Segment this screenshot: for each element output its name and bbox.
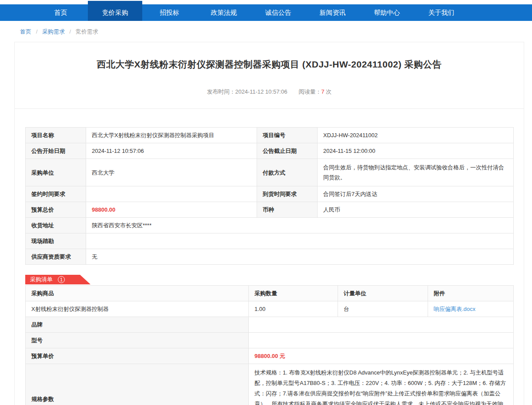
field-value bbox=[86, 233, 514, 249]
page-title: 西北大学X射线粉末衍射仪探测器控制器采购项目 (XDJJ-HW-20241100… bbox=[15, 42, 524, 71]
purchase-items-table: 采购商品 采购数量 计量单位 附件 X射线粉末衍射仪探测器控制器 1.00 台 … bbox=[25, 285, 514, 405]
breadcrumb-section-link[interactable]: 采购需求 bbox=[42, 28, 65, 35]
field-label: 签约时间要求 bbox=[26, 186, 86, 202]
field-label: 预算单价 bbox=[26, 348, 249, 364]
field-label: 项目名称 bbox=[26, 128, 86, 143]
field-label: 到货时间要求 bbox=[257, 186, 318, 202]
field-value: 人民币 bbox=[318, 202, 514, 218]
divider bbox=[15, 108, 524, 109]
count-badge: 1 bbox=[58, 276, 65, 283]
publish-time-value: 2024-11-12 10:57:06 bbox=[235, 88, 288, 95]
nav-item-news[interactable]: 新闻资讯 bbox=[305, 0, 360, 21]
table-row: 品牌 bbox=[26, 317, 514, 333]
attachment-link[interactable]: 响应偏离表.docx bbox=[434, 306, 475, 312]
field-label: 规格参数 bbox=[26, 364, 249, 405]
nav-item-about[interactable]: 关于我们 bbox=[414, 0, 468, 21]
table-row: 签约时间要求 到货时间要求 合同签订后7天内送达 bbox=[26, 186, 514, 202]
nav-item-tender[interactable]: 招投标 bbox=[142, 0, 197, 21]
field-value: XDJJ-HW-202411002 bbox=[318, 128, 514, 143]
field-label: 品牌 bbox=[26, 317, 249, 333]
announcement-card: 西北大学X射线粉末衍射仪探测器控制器采购项目 (XDJJ-HW-20241100… bbox=[14, 42, 524, 405]
field-value: 2024-11-15 12:00:00 bbox=[318, 143, 514, 159]
field-value: 无 bbox=[86, 249, 514, 265]
field-label: 付款方式 bbox=[257, 159, 318, 186]
article-meta: 发布时间：2024-11-12 10:57:06阅读量：7 次 bbox=[15, 88, 524, 96]
field-label: 预算总价 bbox=[26, 202, 86, 218]
views-label: 阅读量： bbox=[298, 88, 321, 95]
column-header-quantity: 采购数量 bbox=[249, 286, 338, 301]
field-label: 公告截止日期 bbox=[257, 143, 318, 159]
table-row: 型号 bbox=[26, 333, 514, 348]
breadcrumb: 首页 / 采购需求 / 竞价需求 bbox=[0, 21, 532, 40]
item-quantity: 1.00 bbox=[249, 301, 338, 317]
views-unit: 次 bbox=[326, 88, 331, 95]
field-label: 供应商资质要求 bbox=[26, 249, 86, 265]
field-value: 2024-11-12 10:57:06 bbox=[86, 143, 257, 159]
table-row: 公告开始日期 2024-11-12 10:57:06 公告截止日期 2024-1… bbox=[26, 143, 514, 159]
field-label: 收货地址 bbox=[26, 218, 86, 233]
field-value bbox=[86, 186, 257, 202]
field-label: 币种 bbox=[257, 202, 318, 218]
unit-price-value: 98800.00 元 bbox=[249, 348, 514, 364]
field-label: 采购单位 bbox=[26, 159, 86, 186]
column-header-attachment: 附件 bbox=[428, 286, 514, 301]
item-name: X射线粉末衍射仪探测器控制器 bbox=[26, 301, 249, 317]
field-label: 型号 bbox=[26, 333, 249, 348]
breadcrumb-separator: / bbox=[70, 28, 71, 35]
nav-item-integrity[interactable]: 诚信公告 bbox=[251, 0, 305, 21]
table-row: 项目名称 西北大学X射线粉末衍射仪探测器控制器采购项目 项目编号 XDJJ-HW… bbox=[26, 128, 514, 143]
nav-item-policy[interactable]: 政策法规 bbox=[197, 0, 251, 21]
table-row: 预算单价 98800.00 元 bbox=[26, 348, 514, 364]
item-unit: 台 bbox=[338, 301, 428, 317]
purchase-list-tag-label: 采购清单 bbox=[30, 276, 53, 284]
field-value: 合同签订后7天内送达 bbox=[318, 186, 514, 202]
breadcrumb-home-link[interactable]: 首页 bbox=[20, 28, 31, 35]
table-header-row: 采购商品 采购数量 计量单位 附件 bbox=[26, 286, 514, 301]
table-row: 供应商资质要求 无 bbox=[26, 249, 514, 265]
top-navigation: 首页 竞价采购 招投标 政策法规 诚信公告 新闻资讯 帮助中心 关于我们 bbox=[0, 0, 532, 21]
field-label: 现场踏勘 bbox=[26, 233, 86, 249]
table-row: 收货地址 陕西省西安市长安区**** bbox=[26, 218, 514, 233]
table-row: 采购单位 西北大学 付款方式 合同生效后，待货物到达指定地点、安装调试验收合格后… bbox=[26, 159, 514, 186]
field-label: 项目编号 bbox=[257, 128, 318, 143]
project-info-table: 项目名称 西北大学X射线粉末衍射仪探测器控制器采购项目 项目编号 XDJJ-HW… bbox=[25, 127, 514, 265]
nav-item-help[interactable]: 帮助中心 bbox=[360, 0, 414, 21]
views-count: 7 bbox=[321, 88, 324, 95]
field-label: 公告开始日期 bbox=[26, 143, 86, 159]
table-row: 现场踏勘 bbox=[26, 233, 514, 249]
breadcrumb-separator: / bbox=[36, 28, 38, 35]
nav-item-bidding-purchase[interactable]: 竞价采购 bbox=[88, 0, 142, 21]
column-header-product: 采购商品 bbox=[26, 286, 249, 301]
breadcrumb-current: 竞价需求 bbox=[76, 28, 98, 35]
table-row: 规格参数 技术规格：1. 布鲁克X射线粉末衍射仪D8 Advance中的Lynx… bbox=[26, 364, 514, 405]
field-value: 西北大学X射线粉末衍射仪探测器控制器采购项目 bbox=[86, 128, 257, 143]
table-row: 预算总价 98800.00 币种 人民币 bbox=[26, 202, 514, 218]
nav-items: 首页 竞价采购 招投标 政策法规 诚信公告 新闻资讯 帮助中心 关于我们 bbox=[33, 0, 468, 21]
purchase-list-tag: 采购清单 1 bbox=[25, 275, 90, 284]
budget-total-value: 98800.00 bbox=[86, 202, 257, 218]
item-row: X射线粉末衍射仪探测器控制器 1.00 台 响应偏离表.docx bbox=[26, 301, 514, 317]
spec-params-value: 技术规格：1. 布鲁克X射线粉末衍射仪D8 Advance中的LynxEye探测… bbox=[249, 364, 514, 405]
field-value: 合同生效后，待货物到达指定地点、安装调试验收合格后，一次性付清合同货款。 bbox=[318, 159, 514, 186]
column-header-unit: 计量单位 bbox=[338, 286, 428, 301]
brand-value bbox=[249, 317, 514, 333]
field-value: 陕西省西安市长安区**** bbox=[86, 218, 514, 233]
nav-item-home[interactable]: 首页 bbox=[33, 0, 88, 21]
publish-time-label: 发布时间： bbox=[207, 88, 235, 95]
model-value bbox=[249, 333, 514, 348]
field-value: 西北大学 bbox=[86, 159, 257, 186]
